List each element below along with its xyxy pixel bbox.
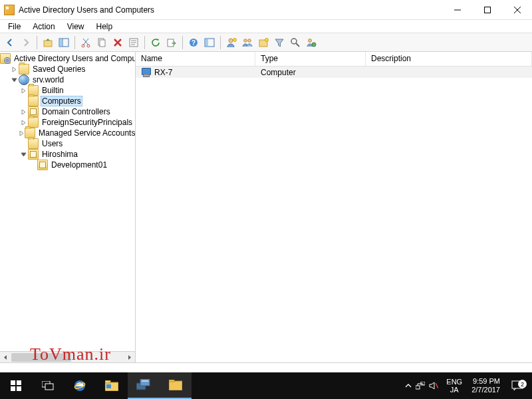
tree-label: Managed Service Accounts [37, 128, 135, 138]
column-description[interactable]: Description [366, 52, 532, 66]
up-button[interactable] [41, 35, 55, 50]
tree-users[interactable]: Users [0, 138, 135, 149]
taskbar-ie[interactable] [64, 372, 96, 399]
console-tree[interactable]: Active Directory Users and Computers Sav… [0, 52, 135, 348]
notification-badge: 2 [518, 380, 527, 388]
cut-button[interactable] [78, 35, 93, 50]
taskbar-explorer[interactable] [96, 372, 128, 399]
system-tray[interactable] [401, 382, 442, 390]
taskbar-aduc[interactable] [160, 372, 192, 399]
column-type[interactable]: Type [255, 52, 366, 66]
action-center-button[interactable]: 2 [505, 380, 529, 391]
folder-icon [28, 138, 39, 149]
svg-rect-21 [205, 39, 208, 46]
tree-label: Users [41, 139, 64, 148]
svg-rect-1 [484, 7, 490, 13]
menu-bar: File Action View Help [0, 20, 532, 33]
svg-line-50 [436, 383, 438, 388]
forward-button[interactable] [19, 35, 33, 50]
expander-icon[interactable] [19, 88, 28, 94]
new-user-button[interactable] [224, 35, 239, 50]
lang-primary: ENG [446, 378, 462, 386]
find-button[interactable] [202, 35, 217, 50]
menu-view[interactable]: View [62, 21, 90, 33]
svg-rect-11 [100, 40, 105, 47]
copy-button[interactable] [94, 35, 109, 50]
volume-icon[interactable] [429, 382, 438, 390]
task-view-button[interactable] [32, 372, 64, 399]
tree-label: Computers [41, 96, 82, 106]
show-hide-tree-button[interactable] [57, 35, 71, 50]
tree-builtin[interactable]: Builtin [0, 85, 135, 96]
svg-rect-46 [169, 381, 182, 390]
clock-date: 2/7/2017 [471, 386, 500, 394]
export-list-button[interactable] [164, 35, 179, 50]
new-group-button[interactable] [240, 35, 255, 50]
toolbar-separator [182, 36, 183, 49]
taskbar-right: ENG JA 9:59 PM 2/7/2017 2 [401, 372, 532, 399]
tree-computers[interactable]: Computers [0, 96, 135, 106]
scroll-right-button[interactable] [124, 352, 135, 363]
properties-button[interactable] [126, 35, 141, 50]
tree-label: Domain Controllers [41, 107, 112, 116]
delete-button[interactable] [110, 35, 125, 50]
toolbar-separator [144, 36, 145, 49]
column-name[interactable]: Name [136, 52, 255, 66]
app-icon [4, 5, 15, 15]
svg-rect-4 [44, 41, 52, 47]
tree-label: srv.world [31, 75, 65, 84]
network-icon[interactable] [416, 382, 425, 390]
lang-secondary: JA [446, 386, 462, 394]
add-to-group-button[interactable] [304, 35, 319, 50]
list-body[interactable]: RX-7 Computer [136, 66, 532, 362]
scroll-left-button[interactable] [0, 352, 11, 363]
svg-text:?: ? [192, 39, 196, 47]
tree-domain-controllers[interactable]: Domain Controllers [0, 106, 135, 117]
svg-line-29 [296, 43, 299, 47]
menu-action[interactable]: Action [27, 21, 60, 33]
tree-hiroshima[interactable]: Hiroshima [0, 149, 135, 160]
tree-pane: Active Directory Users and Computers Sav… [0, 52, 136, 362]
toolbar-separator [74, 36, 75, 49]
svg-rect-41 [105, 380, 110, 383]
work-area: Active Directory Users and Computers Sav… [0, 52, 532, 363]
tree-dev01[interactable]: Development01 [0, 160, 135, 170]
list-pane: Name Type Description RX-7 Computer [136, 52, 532, 362]
window-titlebar: Active Directory Users and Computers [0, 0, 532, 20]
new-ou-button[interactable] [256, 35, 271, 50]
maximize-button[interactable] [472, 0, 502, 20]
tree-msa[interactable]: Managed Service Accounts [0, 128, 135, 138]
cell-name: RX-7 [136, 68, 255, 77]
find-objects-button[interactable] [288, 35, 303, 50]
cell-type: Computer [255, 68, 366, 77]
toolbar-separator [37, 36, 37, 49]
help-button[interactable]: ? [186, 35, 201, 50]
taskbar-server-manager[interactable] [128, 372, 160, 399]
clock[interactable]: 9:59 PM 2/7/2017 [466, 377, 505, 394]
svg-rect-35 [17, 386, 21, 391]
start-button[interactable] [0, 372, 32, 399]
tray-chevron-icon[interactable] [405, 382, 412, 389]
ou-icon [28, 149, 39, 160]
expander-icon[interactable] [9, 66, 19, 72]
expander-icon[interactable] [19, 120, 28, 126]
menu-help[interactable]: Help [91, 21, 118, 33]
expander-icon[interactable] [19, 152, 28, 158]
folder-icon [28, 96, 39, 106]
minimize-button[interactable] [442, 0, 472, 20]
menu-file[interactable]: File [3, 21, 26, 33]
list-row[interactable]: RX-7 Computer [136, 66, 532, 78]
svg-rect-32 [11, 380, 15, 385]
filter-button[interactable] [272, 35, 287, 50]
tree-domain[interactable]: srv.world [0, 74, 135, 85]
back-button[interactable] [3, 35, 17, 50]
tree-fsp[interactable]: ForeignSecurityPrincipals [0, 117, 135, 128]
tree-saved-queries[interactable]: Saved Queries [0, 64, 135, 74]
expander-icon[interactable] [19, 109, 28, 115]
close-button[interactable] [502, 0, 532, 20]
expander-icon[interactable] [9, 77, 19, 83]
svg-rect-7 [60, 39, 62, 46]
refresh-button[interactable] [148, 35, 163, 50]
expander-icon[interactable] [19, 130, 25, 136]
language-indicator[interactable]: ENG JA [442, 378, 466, 394]
